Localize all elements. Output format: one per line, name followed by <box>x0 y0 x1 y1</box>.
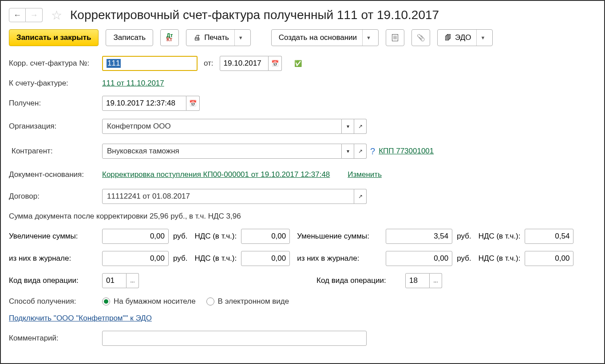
rub-label-2: руб. <box>457 232 471 241</box>
row-organization: Организация: Конфетпром ООО ▾ <box>9 119 596 134</box>
op-code-right-label: Код вида операции: <box>316 276 401 285</box>
row-counterparty: Контрагент: Внуковская таможня ▾ ? КПП 7… <box>9 144 596 159</box>
document-form: ← → ☆ Корректировочный счет-фактура полу… <box>0 0 605 364</box>
open-reference-button[interactable] <box>354 189 367 204</box>
invoice-date-group: 📅 <box>220 56 282 71</box>
edo-label: ЭДО <box>455 33 471 42</box>
open-reference-button[interactable] <box>354 144 367 159</box>
invoice-date-input[interactable] <box>220 56 269 71</box>
journal-dec-amount-input[interactable] <box>386 251 452 266</box>
nav-group: ← → <box>9 8 43 22</box>
create-based-label: Создать на основании <box>279 33 357 42</box>
receive-method-group: На бумажном носителе В электронном виде <box>102 297 289 306</box>
toolbar: Записать и закрыть Записать ДтКт Печать▼… <box>9 29 596 46</box>
row-received: Получен: 📅 <box>9 96 596 111</box>
organization-label: Организация: <box>9 122 102 131</box>
organization-input[interactable]: Конфетпром ООО <box>102 119 342 134</box>
contract-label: Договор: <box>9 192 102 201</box>
op-code-right-group: ... <box>405 273 442 288</box>
journal-inc-amount-input[interactable] <box>102 251 169 266</box>
row-to-invoice: К счету-фактуре: 111 от 11.10.2017 <box>9 79 596 88</box>
op-code-right-picker-button[interactable]: ... <box>430 273 442 288</box>
radio-electronic[interactable]: В электронном виде <box>206 297 289 306</box>
received-label: Получен: <box>9 99 102 108</box>
contract-ref-input: 11112241 от 01.08.2017 <box>102 189 367 204</box>
radio-electronic-label: В электронном виде <box>218 297 289 306</box>
favorite-star-icon[interactable]: ☆ <box>50 8 63 22</box>
page-title: Корректировочный счет-фактура полученный… <box>70 8 439 22</box>
calendar-button[interactable]: 📅 <box>269 56 282 71</box>
calendar-button[interactable]: 📅 <box>186 96 200 111</box>
op-code-left-input[interactable] <box>102 273 127 288</box>
row-comment: Комментарий: <box>9 331 596 346</box>
journal-inc-vat-input[interactable] <box>241 251 290 266</box>
document-icon <box>392 34 398 41</box>
open-icon <box>358 193 363 200</box>
attach-button[interactable] <box>411 29 430 46</box>
rub-label: руб. <box>173 232 187 241</box>
row-receive-method: Способ получения: На бумажном носителе В… <box>9 297 596 306</box>
increase-label: Увеличение суммы: <box>9 232 98 241</box>
vat-label-3: НДС (в т.ч.): <box>194 254 237 263</box>
help-icon[interactable]: ? <box>370 146 375 157</box>
basis-label: Документ-основания: <box>9 170 102 179</box>
dropdown-button[interactable]: ▾ <box>342 119 354 134</box>
kpp-link[interactable]: КПП 773001001 <box>379 147 434 156</box>
counterparty-ref-input: Внуковская таможня ▾ <box>102 144 367 159</box>
decrease-label: Уменьшение суммы: <box>297 232 381 241</box>
contract-input[interactable]: 11112241 от 01.08.2017 <box>102 189 354 204</box>
op-code-right-input[interactable] <box>405 273 430 288</box>
create-based-on-button[interactable]: Создать на основании▼ <box>271 29 379 46</box>
open-icon <box>358 148 363 154</box>
connect-edo-link[interactable]: Подключить "ООО "Конфетпром"" к ЭДО <box>9 314 152 323</box>
comment-label: Комментарий: <box>9 334 102 343</box>
calendar-icon: 📅 <box>271 60 279 67</box>
open-reference-button[interactable] <box>354 119 367 134</box>
op-code-left-label: Код вида операции: <box>9 276 98 285</box>
back-button[interactable]: ← <box>9 8 26 22</box>
received-input[interactable] <box>102 96 186 111</box>
report-button[interactable] <box>386 29 404 46</box>
vat-label: НДС (в т.ч.): <box>194 232 237 241</box>
calendar-icon: 📅 <box>189 100 197 107</box>
dropdown-button[interactable]: ▾ <box>342 144 354 159</box>
row-edo-link: Подключить "ООО "Конфетпром"" к ЭДО <box>9 314 596 323</box>
increase-amount-input[interactable] <box>102 229 169 244</box>
title-bar: ← → ☆ Корректировочный счет-фактура полу… <box>9 8 596 22</box>
organization-ref-input: Конфетпром ООО ▾ <box>102 119 367 134</box>
op-code-left-group: ... <box>102 273 139 288</box>
rub-label-3: руб. <box>173 254 187 263</box>
forward-button[interactable]: → <box>26 8 43 22</box>
print-label: Печать <box>204 33 229 42</box>
chevron-down-icon: ▾ <box>347 148 349 154</box>
invoice-number-input[interactable]: 111 <box>102 56 198 71</box>
journal-dec-label: из них в журнале: <box>297 254 381 263</box>
invoice-no-label: Корр. счет-фактура №: <box>9 59 102 68</box>
change-link[interactable]: Изменить <box>348 170 382 179</box>
dt-kt-button[interactable]: ДтКт <box>160 29 179 46</box>
vat-label-4: НДС (в т.ч.): <box>478 254 521 263</box>
to-invoice-label: К счету-фактуре: <box>9 79 102 88</box>
basis-document-link[interactable]: Корректировка поступления КП00-000001 от… <box>102 170 330 179</box>
op-code-left-picker-button[interactable]: ... <box>127 273 139 288</box>
rub-label-4: руб. <box>457 254 471 263</box>
decrease-vat-input[interactable] <box>525 229 573 244</box>
counterparty-label: Контрагент: <box>9 147 102 156</box>
received-date-group: 📅 <box>102 96 200 111</box>
save-button[interactable]: Записать <box>106 29 153 46</box>
row-contract: Договор: 11112241 от 01.08.2017 <box>9 189 596 204</box>
radio-paper[interactable]: На бумажном носителе <box>102 297 196 306</box>
counterparty-input[interactable]: Внуковская таможня <box>102 144 342 159</box>
status-check-icon[interactable] <box>294 59 302 68</box>
to-invoice-link[interactable]: 111 от 11.10.2017 <box>102 79 164 88</box>
journal-dec-vat-input[interactable] <box>525 251 573 266</box>
print-button[interactable]: Печать▼ <box>186 29 251 46</box>
increase-vat-input[interactable] <box>241 229 290 244</box>
comment-input[interactable] <box>102 331 367 346</box>
chevron-down-icon: ▼ <box>234 30 243 46</box>
chevron-down-icon: ▼ <box>476 30 485 46</box>
row-invoice-number: Корр. счет-фактура №: 111 от: 📅 <box>9 56 596 71</box>
save-and-close-button[interactable]: Записать и закрыть <box>9 29 99 46</box>
edo-button[interactable]: ЭДО▼ <box>437 29 493 46</box>
decrease-amount-input[interactable] <box>386 229 452 244</box>
